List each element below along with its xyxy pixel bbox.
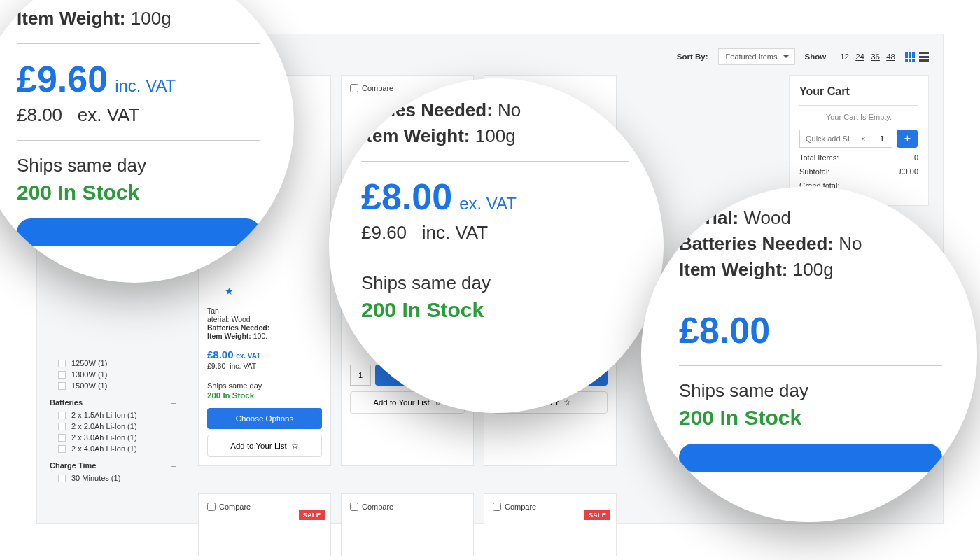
filter-sidebar: 1250W (1) 1300W (1) 1500W (1) Batteries–… [50, 356, 176, 485]
qty-input[interactable] [350, 365, 371, 386]
filter-group-charge[interactable]: Charge Time– [50, 461, 176, 470]
sale-badge: SALE [299, 510, 325, 520]
show-label: Show [805, 52, 827, 61]
sortby-label: Sort By: [677, 52, 708, 61]
multiply-icon: × [855, 130, 872, 148]
product-card: Compare SALE [198, 493, 331, 556]
stock-label: 200 In Stock [679, 406, 942, 430]
filter-option[interactable]: 1300W (1) [58, 370, 176, 379]
compare-checkbox[interactable]: Compare [350, 503, 465, 511]
show-options: 12 24 36 48 [836, 52, 895, 61]
price-main: £8.00 [361, 176, 452, 218]
filter-option[interactable]: 2 x 2.0Ah Li-Ion (1) [58, 422, 176, 430]
zoom-lens: tteries Needed: No Item Weight: 100g £8.… [329, 78, 664, 413]
show-12[interactable]: 12 [840, 52, 849, 61]
quick-add-sku-input[interactable] [799, 130, 855, 148]
filter-group-batteries[interactable]: Batteries– [50, 398, 176, 407]
show-48[interactable]: 48 [886, 52, 895, 61]
filter-option[interactable]: 1500W (1) [58, 382, 176, 390]
filter-option[interactable]: 2 x 4.0Ah Li-Ion (1) [58, 444, 176, 453]
add-to-cart-button[interactable] [17, 218, 260, 246]
filter-option[interactable]: 2 x 1.5Ah Li-Ion (1) [58, 411, 176, 419]
stock-label: 200 In Stock [17, 181, 260, 204]
sortby-dropdown[interactable]: Featured Items [718, 48, 795, 65]
filter-option[interactable]: 2 x 3.0Ah Li-Ion (1) [58, 433, 176, 442]
price-main: £8.00 [679, 309, 770, 351]
show-24[interactable]: 24 [855, 52, 864, 61]
add-to-cart-button[interactable] [679, 444, 942, 472]
grid-view-icon[interactable] [905, 52, 915, 62]
quick-add-button[interactable]: + [897, 130, 918, 148]
cart-empty: Your Cart Is Empty. [799, 113, 918, 121]
show-36[interactable]: 36 [871, 52, 880, 61]
sale-badge: SALE [584, 510, 610, 520]
filter-option[interactable]: 1250W (1) [58, 359, 176, 368]
star-icon: ★ [225, 286, 234, 297]
star-icon: ☆ [291, 441, 299, 451]
toolbar: Sort By: Featured Items Show 12 24 36 48 [677, 48, 929, 65]
list-view-icon[interactable] [919, 52, 929, 62]
zoom-lens: aterial: Wood Batteries Needed: No Item … [641, 186, 977, 522]
product-card: Compare SALE [484, 493, 617, 556]
filter-option[interactable]: 30 Minutes (1) [58, 474, 176, 482]
price-main: £9.60 [17, 58, 108, 100]
price-main: £8.00 [207, 349, 234, 360]
product-card: Compare [341, 493, 474, 556]
stock-label: 200 In Stock [361, 298, 629, 322]
choose-options-button[interactable]: Choose Options [207, 408, 322, 429]
quick-add-qty-input[interactable] [872, 130, 892, 148]
add-to-list-button[interactable]: Add to Your List☆ [207, 435, 322, 457]
cart-title: Your Cart [799, 85, 918, 98]
stock-label: 200 In Stock [207, 391, 322, 400]
